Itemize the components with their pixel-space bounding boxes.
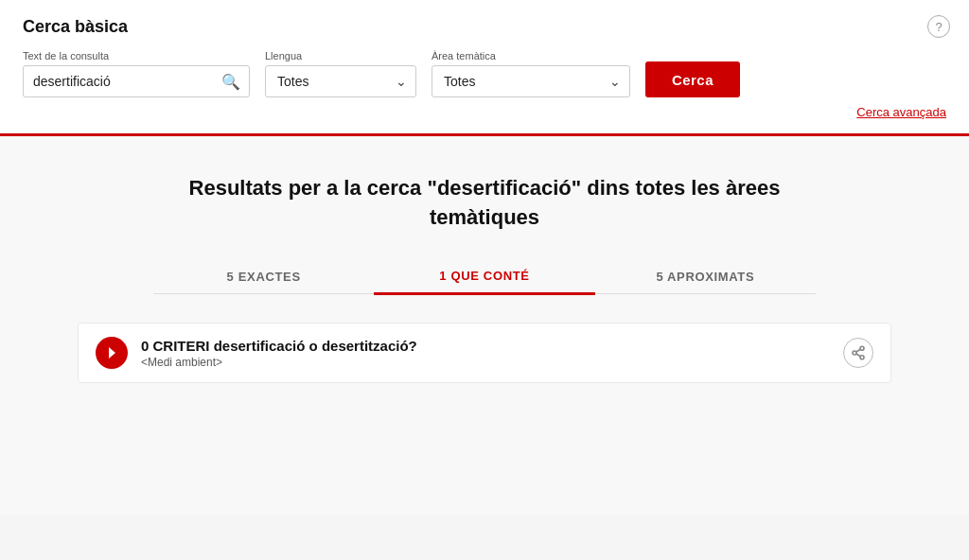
area-label: Àrea temàtica (432, 50, 630, 61)
area-select-wrap: Totes Medi ambient Tecnologia Ciència ⌄ (432, 65, 630, 97)
search-panel-title: Cerca bàsica (23, 17, 946, 37)
result-title: 0 CRITERI desertificació o desertització… (141, 338, 417, 354)
result-share-button[interactable] (843, 338, 873, 368)
language-label: Llengua (265, 50, 416, 61)
area-select[interactable]: Totes Medi ambient Tecnologia Ciència (432, 65, 630, 97)
search-input[interactable] (23, 65, 250, 97)
tab-aproximats[interactable]: 5 APROXIMATS (595, 260, 816, 293)
svg-marker-0 (109, 347, 115, 359)
tab-exactes[interactable]: 5 EXACTES (153, 260, 374, 293)
advanced-search-link[interactable]: Cerca avançada (856, 105, 946, 119)
result-subtitle: <Medi ambient> (141, 356, 417, 369)
advanced-search-row: Cerca avançada (23, 103, 946, 120)
chevron-right-icon (106, 346, 117, 359)
language-select[interactable]: Totes Català Castellà Anglès (265, 65, 416, 97)
search-button[interactable]: Cerca (645, 61, 740, 97)
area-field-group: Àrea temàtica Totes Medi ambient Tecnolo… (432, 50, 630, 97)
results-title: Resultats per a la cerca "desertificació… (153, 174, 816, 233)
help-icon[interactable]: ? (927, 15, 950, 38)
tabs-bar: 5 EXACTES 1 QUE CONTÉ 5 APROXIMATS (153, 259, 816, 295)
query-field-group: Text de la consulta 🔍 (23, 50, 250, 97)
search-row: Text de la consulta 🔍 Llengua Totes Cata… (23, 50, 946, 97)
results-area: Resultats per a la cerca "desertificació… (0, 136, 969, 515)
result-expand-button[interactable] (96, 337, 128, 369)
tab-conte[interactable]: 1 QUE CONTÉ (374, 259, 594, 295)
search-panel: ? Cerca bàsica Text de la consulta 🔍 Lle… (0, 0, 969, 136)
table-row: 0 CRITERI desertificació o desertització… (78, 323, 891, 383)
result-list: 0 CRITERI desertificació o desertització… (78, 323, 891, 393)
svg-point-3 (853, 351, 856, 355)
language-select-wrap: Totes Català Castellà Anglès ⌄ (265, 65, 416, 97)
svg-line-4 (856, 349, 860, 352)
query-input-wrap: 🔍 (23, 65, 250, 97)
query-label: Text de la consulta (23, 50, 250, 61)
svg-point-1 (860, 346, 864, 350)
svg-line-5 (856, 354, 860, 357)
result-left: 0 CRITERI desertificació o desertització… (96, 337, 417, 369)
svg-point-2 (860, 356, 864, 359)
result-text-wrap: 0 CRITERI desertificació o desertització… (141, 338, 417, 369)
share-icon (851, 345, 866, 360)
language-field-group: Llengua Totes Català Castellà Anglès ⌄ (265, 50, 416, 97)
